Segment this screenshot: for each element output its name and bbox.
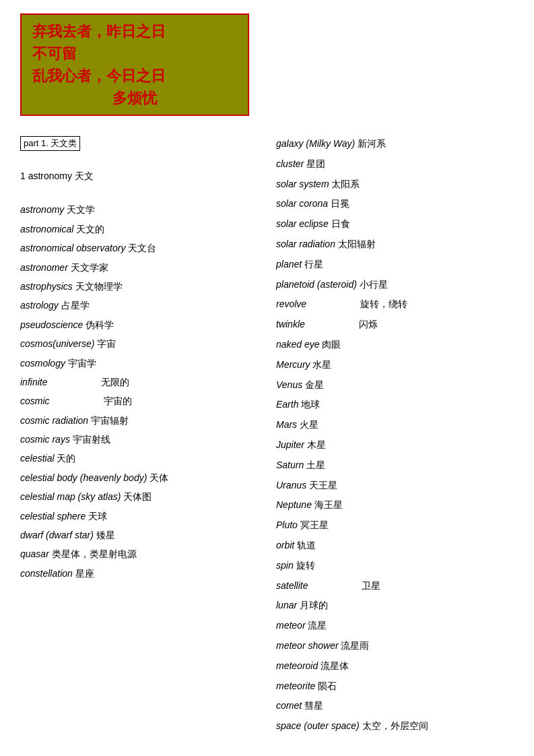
- list-item: solar eclipse 日食: [276, 216, 514, 232]
- list-item: cluster 星团: [276, 156, 514, 172]
- list-item: Saturn 土星: [276, 458, 514, 474]
- header-poem: 弃我去者，昨日之日 不可留 乱我心者，今日之日 多烦忧: [20, 13, 249, 116]
- list-item: cosmology 宇宙学: [20, 356, 269, 371]
- list-item: cosmic radiation 宇宙辐射: [20, 413, 269, 428]
- list-item: quasar 类星体，类星射电源: [20, 546, 269, 561]
- list-item: meteor 流星: [276, 618, 514, 634]
- list-item: planetoid (asteroid) 小行星: [276, 277, 514, 293]
- list-item: cosmic宇宙的: [20, 393, 269, 408]
- poem-line1: 弃我去者，昨日之日: [32, 20, 237, 42]
- list-item: orbit 轨道: [276, 538, 514, 554]
- list-item: Jupiter 木星: [276, 437, 514, 453]
- poem-line3: 乱我心者，今日之日: [32, 65, 237, 87]
- list-item: celestial sphere 天球: [20, 509, 269, 524]
- list-item: Neptune 海王星: [276, 497, 514, 513]
- poem-line2: 不可留: [32, 42, 237, 65]
- list-item: astronomy 天文学: [20, 202, 269, 217]
- right-vocab-list: galaxy (Milky Way) 新河系cluster 星团solar sy…: [276, 136, 514, 734]
- list-item: astronomer 天文学家: [20, 260, 269, 275]
- right-column: galaxy (Milky Way) 新河系cluster 星团solar sy…: [269, 136, 514, 738]
- list-item: astrology 占星学: [20, 298, 269, 313]
- list-item: Uranus 天王星: [276, 478, 514, 494]
- list-item: celestial 天的: [20, 451, 269, 466]
- list-item: comet 彗星: [276, 698, 514, 714]
- section-header: part 1. 天文类: [20, 136, 80, 151]
- list-item: Mars 火星: [276, 417, 514, 433]
- list-item: space (outer space) 太空，外层空间: [276, 718, 514, 734]
- list-item: astronomical observatory 天文台: [20, 241, 269, 255]
- left-column: part 1. 天文类 1 astronomy 天文 astronomy 天文学…: [20, 136, 269, 738]
- list-item: galaxy (Milky Way) 新河系: [276, 136, 514, 152]
- list-item: celestial body (heavenly body) 天体: [20, 470, 269, 485]
- list-item: dwarf (dwarf star) 矮星: [20, 528, 269, 542]
- list-item: cosmos(universe) 字宙: [20, 336, 269, 351]
- section-number: 1 astronomy 天文: [20, 168, 269, 183]
- left-vocab-list: astronomy 天文学astronomical 天文的astronomica…: [20, 202, 269, 581]
- list-item: meteor shower 流星雨: [276, 638, 514, 654]
- list-item: spin 旋转: [276, 558, 514, 574]
- list-item: meteoroid 流星体: [276, 658, 514, 674]
- list-item: solar corona 日冕: [276, 196, 514, 212]
- list-item: celestial map (sky atlas) 天体图: [20, 489, 269, 504]
- list-item: Mercury 水星: [276, 357, 514, 373]
- list-item: satellite卫星: [276, 578, 514, 594]
- list-item: pseudoscience 伪科学: [20, 317, 269, 332]
- list-item: planet 行星: [276, 257, 514, 273]
- list-item: infinite无限的: [20, 375, 269, 389]
- list-item: Earth 地球: [276, 397, 514, 413]
- list-item: solar radiation 太阳辐射: [276, 237, 514, 253]
- poem-line4: 多烦忧: [32, 87, 237, 109]
- list-item: Venus 金星: [276, 377, 514, 393]
- list-item: meteorite 陨石: [276, 679, 514, 695]
- list-item: naked eye 肉眼: [276, 337, 514, 353]
- list-item: twinkle闪烁: [276, 317, 514, 333]
- list-item: astronomical 天文的: [20, 222, 269, 237]
- list-item: solar system 太阳系: [276, 177, 514, 193]
- list-item: constellation 星座: [20, 566, 269, 581]
- list-item: Pluto 冥王星: [276, 517, 514, 534]
- list-item: astrophysics 天文物理学: [20, 279, 269, 294]
- list-item: revolve旋转，绕转: [276, 296, 514, 313]
- list-item: lunar 月球的: [276, 598, 514, 614]
- list-item: cosmic rays 宇宙射线: [20, 432, 269, 447]
